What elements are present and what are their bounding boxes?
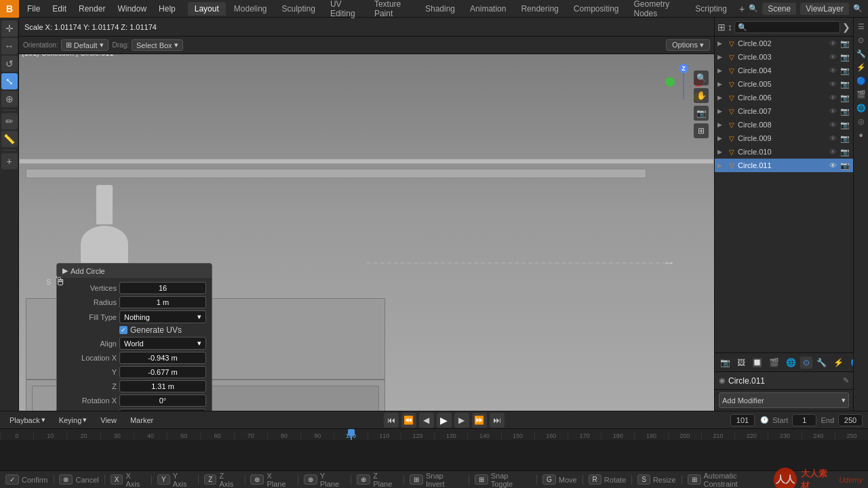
right-icon-properties[interactable]: ⊙	[855, 34, 867, 46]
tool-scale[interactable]: ⤡	[1, 73, 18, 89]
tool-add[interactable]: +	[1, 153, 18, 169]
x-key[interactable]: X	[111, 474, 123, 485]
outliner-render-icon[interactable]: 📷	[840, 146, 850, 157]
resize-key[interactable]: S	[637, 474, 650, 485]
generate-uvs-checkbox[interactable]: ✓	[119, 326, 127, 334]
add-workspace-tab[interactable]: +	[735, 3, 749, 14]
options-btn[interactable]: Options ▾	[666, 39, 710, 51]
tool-transform[interactable]: ⊕	[1, 91, 18, 107]
prop-tab-particles[interactable]: ⚡	[831, 357, 846, 369]
outliner-visibility-icon[interactable]: 👁	[827, 65, 838, 76]
outliner-render-icon[interactable]: 📷	[840, 160, 850, 171]
prop-tab-physics[interactable]: 🔵	[848, 357, 853, 369]
view-btn[interactable]: View	[96, 415, 121, 426]
view-layer-label[interactable]: ViewLayer	[800, 3, 849, 15]
tab-rendering[interactable]: Rendering	[514, 2, 565, 16]
current-frame-display[interactable]: 101	[730, 414, 755, 426]
outliner-item-circle007[interactable]: ▶ ▽ Circle.007 👁 📷	[715, 104, 853, 118]
outliner-visibility-icon[interactable]: 👁	[827, 133, 838, 144]
outliner-visibility-icon[interactable]: 👁	[827, 79, 838, 89]
outliner-item-circle009[interactable]: ▶ ▽ Circle.009 👁 📷	[715, 131, 853, 145]
right-icon-material[interactable]: ●	[855, 129, 867, 141]
outliner-item-circle004[interactable]: ▶ ▽ Circle.004 👁 📷	[715, 64, 853, 77]
move-key[interactable]: G	[542, 474, 556, 485]
left-mouse-key[interactable]: ✓	[5, 474, 19, 485]
tab-scripting[interactable]: Scripting	[688, 2, 734, 16]
tool-move[interactable]: ↔	[1, 38, 18, 54]
outliner-render-icon[interactable]: 📷	[840, 92, 850, 103]
orientation-selector[interactable]: ⊞ Default ▾	[61, 39, 108, 51]
outliner-item-circle005[interactable]: ▶ ▽ Circle.005 👁 📷	[715, 77, 853, 91]
outliner-chevron-icon[interactable]: ❯	[842, 22, 850, 33]
z-plane-key[interactable]: ⊕	[357, 474, 370, 485]
prop-tab-object[interactable]: ⊙	[800, 357, 812, 369]
right-icon-world[interactable]: 🌐	[855, 102, 867, 114]
rotation-x-input[interactable]: 0°	[119, 394, 206, 407]
outliner-item-circle008[interactable]: ▶ ▽ Circle.008 👁 📷	[715, 118, 853, 131]
outliner-sort-icon[interactable]: ↕	[728, 22, 732, 33]
outliner-render-icon[interactable]: 📷	[840, 106, 850, 117]
outliner-visibility-icon[interactable]: 👁	[827, 38, 838, 49]
outliner-item-circle006[interactable]: ▶ ▽ Circle.006 👁 📷	[715, 91, 853, 104]
start-frame-input[interactable]: 1	[792, 414, 816, 426]
outliner-visibility-icon[interactable]: 👁	[827, 52, 838, 62]
outliner-render-icon[interactable]: 📷	[840, 65, 850, 76]
menu-file[interactable]: File	[22, 3, 45, 15]
tool-rotate[interactable]: ↺	[1, 56, 18, 72]
tab-geometry-nodes[interactable]: Geometry Nodes	[627, 0, 688, 20]
tool-annotate[interactable]: ✏	[1, 113, 18, 129]
jump-end-btn[interactable]: ⏭	[490, 413, 505, 428]
marker-btn[interactable]: Marker	[126, 415, 157, 426]
play-btn[interactable]: ▶	[437, 413, 452, 428]
outliner-item-circle010[interactable]: ▶ ▽ Circle.010 👁 📷	[715, 145, 853, 159]
location-z-input[interactable]: 1.31 m	[119, 380, 206, 392]
outliner-filter-icon[interactable]: ⊞	[717, 22, 726, 33]
right-icon-object-data[interactable]: ◎	[855, 115, 867, 127]
y-plane-key[interactable]: ⊕	[304, 474, 317, 485]
prop-tab-render[interactable]: 📷	[717, 357, 733, 369]
fill-type-select[interactable]: Nothing ▾	[119, 310, 206, 323]
z-key[interactable]: Z	[204, 474, 216, 485]
outliner-render-icon[interactable]: 📷	[840, 119, 850, 130]
menu-help[interactable]: Help	[153, 3, 181, 15]
vp-zoom-in[interactable]: 🔍	[694, 70, 709, 85]
y-key[interactable]: Y	[157, 474, 170, 485]
tab-compositing[interactable]: Compositing	[567, 2, 626, 16]
auto-key[interactable]: ⊞	[688, 474, 701, 485]
x-plane-key[interactable]: ⊕	[250, 474, 264, 485]
tool-cursor[interactable]: ✛	[1, 20, 18, 37]
tab-shading[interactable]: Shading	[418, 2, 462, 16]
radius-input[interactable]: 1 m	[119, 296, 206, 308]
right-mouse-key[interactable]: ⊗	[59, 474, 73, 485]
prop-tab-output[interactable]: 🖼	[734, 357, 748, 369]
outliner-render-icon[interactable]: 📷	[840, 133, 850, 144]
gizmo-y-dot[interactable]	[665, 77, 675, 87]
timeline-track[interactable]: 0 10 20 30 40 50 60 70 80 90 100 110 120…	[0, 429, 868, 440]
outliner-visibility-icon[interactable]: 👁	[827, 119, 838, 130]
prev-keyframe-btn[interactable]: ⏪	[401, 413, 416, 428]
prop-tab-world[interactable]: 🌐	[783, 357, 799, 369]
vp-camera[interactable]: 📷	[694, 106, 709, 121]
vp-grid[interactable]: ⊞	[694, 123, 709, 138]
snap-toggle-key[interactable]: ⊞	[475, 474, 488, 485]
tab-modeling[interactable]: Modeling	[227, 2, 274, 16]
rotate-key[interactable]: R	[589, 474, 601, 485]
align-select[interactable]: World ▾	[119, 337, 206, 350]
vp-hand[interactable]: ✋	[694, 88, 709, 103]
right-icon-particles[interactable]: ⚡	[855, 61, 867, 73]
right-icon-physics[interactable]: 🔵	[855, 75, 867, 87]
gizmo-z-top[interactable]: Z	[679, 64, 688, 73]
step-fwd-btn[interactable]: ▶	[454, 413, 469, 428]
tool-measure[interactable]: 📏	[1, 131, 18, 147]
outliner-visibility-icon[interactable]: 👁	[827, 146, 838, 157]
keying-btn[interactable]: Keying ▾	[55, 414, 92, 426]
prop-tab-scene[interactable]: 🎬	[766, 357, 782, 369]
outliner-search[interactable]	[734, 21, 840, 33]
outliner-item-circle002[interactable]: ▶ ▽ Circle.002 👁 📷	[715, 37, 853, 50]
outliner-visibility-icon[interactable]: 👁	[827, 160, 838, 171]
menu-window[interactable]: Window	[112, 3, 152, 15]
tab-sculpting[interactable]: Sculpting	[275, 2, 322, 16]
outliner-visibility-icon[interactable]: 👁	[827, 92, 838, 103]
location-x-input[interactable]: -0.943 m	[119, 352, 206, 364]
location-y-input[interactable]: -0.677 m	[119, 366, 206, 378]
